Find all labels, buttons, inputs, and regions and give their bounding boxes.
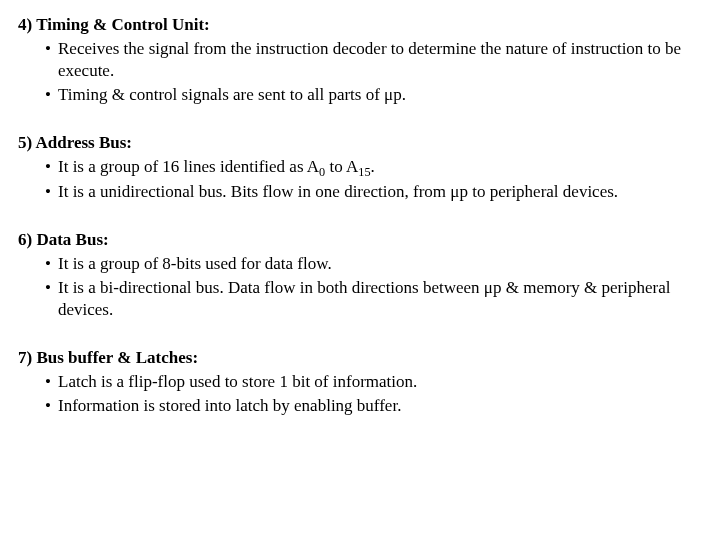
section-5: 5) Address Bus:It is a group of 16 lines… [18, 132, 702, 202]
list-item: Information is stored into latch by enab… [18, 395, 702, 417]
section-heading: 6) Data Bus: [18, 229, 702, 251]
section-4: 4) Timing & Control Unit:Receives the si… [18, 14, 702, 106]
list-item: Receives the signal from the instruction… [18, 38, 702, 82]
section-6: 6) Data Bus:It is a group of 8-bits used… [18, 229, 702, 321]
list-item: It is a group of 16 lines identified as … [18, 156, 702, 178]
bullet-list: It is a group of 16 lines identified as … [18, 156, 702, 202]
list-item: It is a unidirectional bus. Bits flow in… [18, 181, 702, 203]
list-item: Timing & control signals are sent to all… [18, 84, 702, 106]
list-item: Latch is a flip-flop used to store 1 bit… [18, 371, 702, 393]
bullet-list: It is a group of 8-bits used for data fl… [18, 253, 702, 321]
section-number: 5) [18, 132, 32, 154]
section-number: 4) [18, 14, 32, 36]
content: 4) Timing & Control Unit:Receives the si… [18, 14, 702, 417]
section-title: Address Bus: [35, 133, 132, 152]
section-title: Bus buffer & Latches: [36, 348, 198, 367]
section-7: 7) Bus buffer & Latches:Latch is a flip-… [18, 347, 702, 417]
bullet-list: Receives the signal from the instruction… [18, 38, 702, 106]
bullet-list: Latch is a flip-flop used to store 1 bit… [18, 371, 702, 417]
list-item: It is a bi-directional bus. Data flow in… [18, 277, 702, 321]
section-heading: 7) Bus buffer & Latches: [18, 347, 702, 369]
list-item: It is a group of 8-bits used for data fl… [18, 253, 702, 275]
section-heading: 4) Timing & Control Unit: [18, 14, 702, 36]
section-number: 6) [18, 229, 32, 251]
section-number: 7) [18, 347, 32, 369]
section-title: Data Bus: [36, 230, 108, 249]
section-title: Timing & Control Unit: [36, 15, 210, 34]
section-heading: 5) Address Bus: [18, 132, 702, 154]
